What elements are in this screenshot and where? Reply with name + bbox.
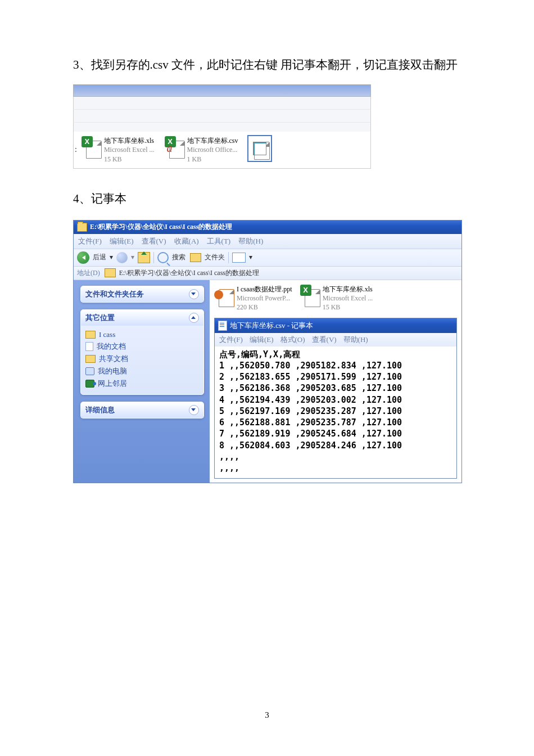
chevron-down-icon[interactable] [189,405,199,415]
file-tile-xls[interactable]: X 地下车库坐标.xlsMicrosoft Excel ...15 KB [300,285,373,312]
excel-icon: X [300,285,320,307]
folder-icon [85,355,96,363]
notepad-window: 地下车库坐标.csv - 记事本 文件(F)编辑(E)格式(O)查看(V)帮助(… [214,318,457,479]
folder-icon [85,331,96,339]
paragraph-3: 3、找到另存的.csv 文件，此时记住右键 用记事本翻开，切记直接双击翻开 [73,52,461,78]
chevron-up-icon[interactable] [189,313,199,323]
notepad-menubar[interactable]: 文件(F)编辑(E)格式(O)查看(V)帮助(H) [215,333,456,346]
nav-mypc[interactable]: 我的电脑 [85,365,199,377]
chevron-down-icon[interactable] [189,289,199,299]
address-bar[interactable]: 地址(D) E:\积累学习\仪器\全站仪\I cass\I cass的数据处理 [74,267,461,280]
ppt-icon [214,285,234,307]
file-tile-xls[interactable]: X 地下车库坐标.xls Microsoft Excel ... 15 KB [82,136,155,164]
file-tile-ppt[interactable]: I csaas数据处理.pptMicrosoft PowerP...220 KB [214,285,292,312]
excel-icon: X [82,136,102,159]
folders-icon[interactable] [190,253,201,262]
computer-icon [85,367,94,375]
nav-network[interactable]: 网上邻居 [85,377,199,390]
document-icon [85,342,93,351]
nav-cass[interactable]: I cass [85,329,199,340]
search-icon[interactable] [157,252,169,263]
explorer-menubar[interactable]: 文件(F)编辑(E)查看(V)收藏(A)工具(T)帮助(H) [74,234,461,249]
folder-icon [105,268,116,277]
screenshot-file-tiles: : X 地下车库坐标.xls Microsoft Excel ... 15 KB… [73,84,371,169]
paragraph-4: 4、记事本 [73,186,461,212]
up-button[interactable] [138,252,150,263]
nav-mydocs[interactable]: 我的文档 [85,340,199,353]
explorer-titlebar[interactable]: E:\积累学习\仪器\全站仪\I cass\I cass的数据处理 [74,220,461,234]
task-details[interactable]: 详细信息 [80,402,204,418]
generic-file-icon [250,137,270,160]
file-tile-csv[interactable]: Xa 地下车库坐标.csv Microsoft Office... 1 KB [165,136,238,164]
explorer-sidepanel: 文件和文件夹任务 其它位置 I cass 我的文档 共享文档 我的电脑 网上邻居… [74,280,210,483]
task-other-places[interactable]: 其它位置 I cass 我的文档 共享文档 我的电脑 网上邻居 [80,309,204,395]
csv-icon: Xa [165,136,185,159]
notepad-titlebar[interactable]: 地下车库坐标.csv - 记事本 [215,318,456,333]
explorer-content: I csaas数据处理.pptMicrosoft PowerP...220 KB… [210,280,461,483]
page-number: 3 [0,710,534,720]
screenshot-explorer-notepad: E:\积累学习\仪器\全站仪\I cass\I cass的数据处理 文件(F)编… [73,220,462,483]
explorer-toolbar[interactable]: 后退▾ ▾ 搜索 文件夹 ▾ [74,249,461,267]
folder-icon [77,223,87,232]
notepad-content[interactable]: 点号,编码,Y,X,高程 1 ,,562050.780 ,2905182.834… [215,346,456,479]
nav-shared[interactable]: 共享文档 [85,353,199,365]
forward-button[interactable] [116,252,128,263]
notepad-icon [218,321,227,331]
back-button[interactable] [77,251,89,264]
task-file-folder[interactable]: 文件和文件夹任务 [80,286,204,303]
views-button[interactable] [232,253,246,263]
file-tile-selected[interactable] [248,136,271,161]
network-icon [85,380,94,388]
